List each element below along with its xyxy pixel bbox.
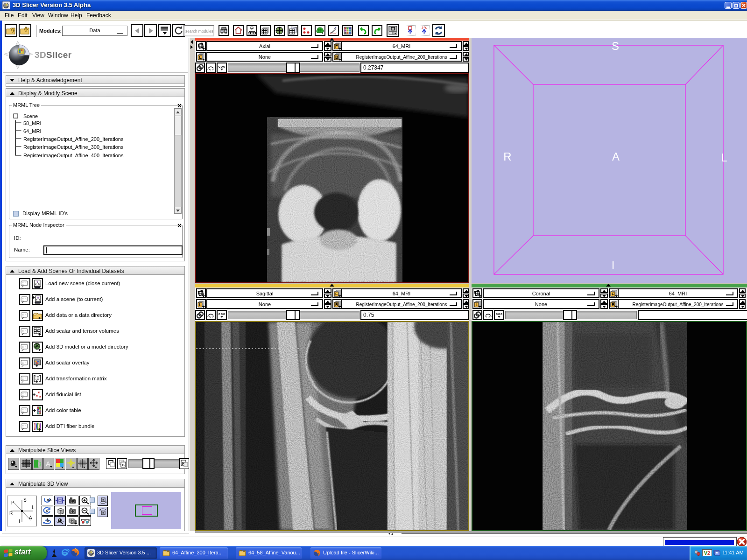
svg-text:B: B bbox=[122, 463, 125, 467]
svg-text:RegisterImageOutput_Affine_300: RegisterImageOutput_Affine_300_Iteration… bbox=[23, 144, 124, 150]
svg-text:R: R bbox=[9, 511, 13, 516]
svg-text:B: B bbox=[612, 302, 615, 307]
svg-text:F: F bbox=[335, 44, 338, 49]
svg-text:P: P bbox=[11, 500, 14, 505]
svg-text:L: L bbox=[721, 151, 727, 164]
svg-text:RegisterImageOutput_Affine_400: RegisterImageOutput_Affine_400_Iteration… bbox=[23, 153, 124, 158]
svg-text:B: B bbox=[335, 55, 338, 60]
svg-text:F: F bbox=[612, 292, 614, 296]
svg-text:I: I bbox=[612, 259, 615, 272]
svg-text:3D: 3D bbox=[35, 50, 46, 60]
svg-text:Scene: Scene bbox=[23, 113, 38, 119]
svg-text:S: S bbox=[612, 40, 619, 52]
svg-text:RegisterImageOutput_Affine_200: RegisterImageOutput_Affine_200_Iteration… bbox=[23, 136, 124, 142]
svg-text:L: L bbox=[32, 505, 35, 510]
svg-text:L: L bbox=[199, 302, 202, 307]
svg-text:58_MRI: 58_MRI bbox=[23, 120, 42, 126]
svg-text:F: F bbox=[335, 292, 338, 296]
svg-text:L: L bbox=[476, 302, 479, 307]
svg-text:L: L bbox=[199, 55, 202, 60]
svg-text:Slicer: Slicer bbox=[46, 50, 72, 60]
svg-text:I: I bbox=[19, 519, 20, 524]
svg-text:B: B bbox=[335, 302, 338, 307]
svg-text:A: A bbox=[46, 460, 50, 468]
svg-text:A: A bbox=[29, 515, 32, 520]
svg-text:A: A bbox=[612, 150, 620, 163]
svg-text:S: S bbox=[23, 497, 27, 503]
svg-text:R: R bbox=[503, 150, 511, 163]
svg-text:64_MRI: 64_MRI bbox=[23, 128, 42, 134]
